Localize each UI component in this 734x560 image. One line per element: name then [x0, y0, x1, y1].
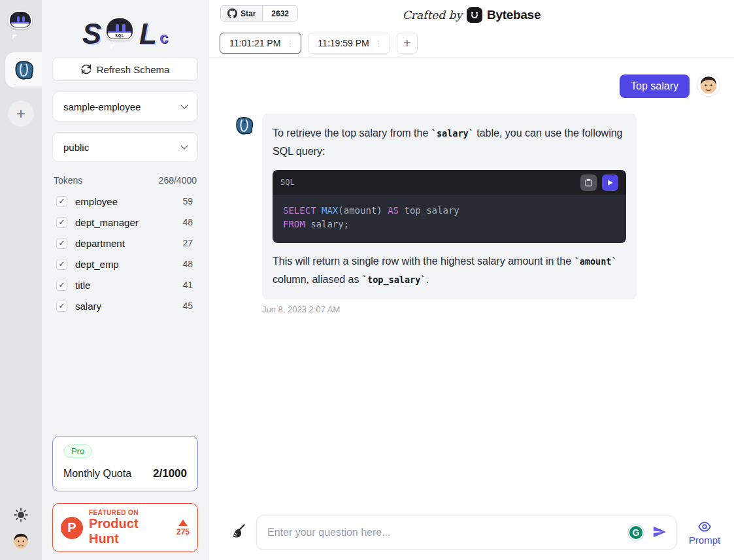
- crafted-by[interactable]: Crafted by Bytebase: [403, 7, 541, 23]
- refresh-schema-button[interactable]: Refresh Schema: [52, 58, 198, 81]
- logo-letter-s: S: [82, 20, 101, 48]
- prompt-button[interactable]: Prompt: [686, 520, 724, 546]
- table-row-title: title 41: [52, 277, 198, 293]
- table-token-count: 41: [182, 280, 193, 290]
- table-list: employee 59 dept_manager 48 department 2…: [52, 193, 198, 314]
- add-connection-button[interactable]: +: [8, 101, 34, 127]
- table-token-count: 48: [182, 259, 193, 269]
- composer: G Prompt: [209, 516, 734, 560]
- conversation-tab-label: 11:19:59 PM: [318, 38, 369, 48]
- table-row-dept-manager: dept_manager 48: [52, 214, 198, 230]
- connection-item-postgres[interactable]: [5, 52, 42, 88]
- main-header: Star 2632 Crafted by Bytebase 11:01:21 P…: [209, 0, 734, 58]
- table-checkbox[interactable]: [56, 280, 67, 291]
- kebab-menu-icon[interactable]: ⋮: [375, 39, 383, 48]
- conversation-tab-label: 11:01:21 PM: [229, 38, 280, 48]
- code-language-label: SQL: [280, 178, 295, 187]
- clear-conversation-button[interactable]: [229, 523, 248, 542]
- table-checkbox[interactable]: [56, 196, 67, 207]
- refresh-schema-label: Refresh Schema: [97, 64, 170, 75]
- user-face-icon: [11, 531, 31, 551]
- table-name: department: [75, 238, 125, 249]
- tokens-summary: Tokens 268/4000: [52, 175, 198, 186]
- conversation-tab[interactable]: 11:19:59 PM ⋮: [308, 33, 390, 54]
- sqlchat-app: +: [0, 0, 734, 560]
- message-timestamp: Jun 8, 2023 2:07 AM: [262, 305, 734, 314]
- table-row-department: department 27: [52, 235, 198, 251]
- chevron-down-icon: [180, 142, 188, 149]
- sqlchat-logo: S SQL L c: [52, 5, 198, 52]
- inline-code: `amount`: [575, 256, 617, 267]
- run-code-button[interactable]: [602, 174, 618, 191]
- tokens-value: 268/4000: [159, 175, 197, 186]
- product-hunt-logo-icon: P: [61, 517, 83, 539]
- grammarly-icon[interactable]: G: [627, 524, 644, 541]
- copy-code-button[interactable]: [580, 174, 597, 191]
- database-select-value: sample-employee: [63, 101, 141, 112]
- assistant-message-row: To retrieve the top salary from the `sal…: [209, 114, 734, 299]
- chat-area: Top salary: [209, 58, 734, 560]
- theme-toggle-button[interactable]: [14, 508, 28, 522]
- table-token-count: 48: [182, 217, 193, 227]
- plus-icon: +: [403, 36, 411, 51]
- schema-select[interactable]: public: [52, 132, 198, 162]
- table-checkbox[interactable]: [56, 301, 67, 312]
- play-icon: [607, 179, 614, 186]
- postgresql-icon: [12, 59, 35, 81]
- table-row-employee: employee 59: [52, 193, 198, 209]
- table-name: dept_emp: [75, 259, 119, 270]
- logo-letter-c: c: [159, 29, 168, 47]
- account-avatar[interactable]: [11, 531, 31, 551]
- quota-card[interactable]: Pro Monthly Quota 2/1000: [52, 436, 198, 491]
- table-checkbox[interactable]: [56, 217, 67, 228]
- table-row-salary: salary 45: [52, 298, 198, 314]
- logo-badge: SQL: [115, 33, 124, 39]
- product-hunt-featured-label: FEATURED ON: [89, 509, 171, 516]
- plus-icon: +: [16, 106, 25, 122]
- bytebase-logo-icon: [467, 7, 482, 23]
- question-input[interactable]: [267, 527, 627, 538]
- table-token-count: 27: [182, 238, 193, 248]
- inline-code: `top_salary`: [362, 274, 426, 285]
- postgresql-icon: [233, 115, 254, 136]
- logo-letter-l: L: [139, 20, 157, 48]
- github-star-count: 2632: [263, 6, 297, 21]
- github-star-button[interactable]: Star 2632: [220, 5, 298, 22]
- assistant-intro-text: To retrieve the top salary from the `sal…: [273, 124, 626, 161]
- table-checkbox[interactable]: [56, 259, 67, 270]
- table-token-count: 59: [182, 196, 193, 206]
- new-conversation-button[interactable]: +: [397, 33, 418, 54]
- send-button[interactable]: [651, 525, 668, 540]
- chevron-down-icon: [180, 101, 188, 108]
- sqlchat-bot-avatar[interactable]: [8, 10, 33, 35]
- user-avatar: [697, 73, 720, 97]
- sun-icon: [14, 508, 28, 522]
- conversation-tabs: 11:01:21 PM ⋮ 11:19:59 PM ⋮ +: [220, 33, 724, 54]
- tokens-label: Tokens: [54, 175, 82, 186]
- product-hunt-name: Product Hunt: [89, 516, 171, 546]
- robot-icon: [8, 10, 32, 29]
- quota-value: 2/1000: [153, 467, 187, 480]
- upvote-icon: [178, 519, 188, 526]
- conversation-tab-active[interactable]: 11:01:21 PM ⋮: [220, 33, 301, 54]
- table-name: dept_manager: [75, 217, 139, 228]
- question-input-box: G: [256, 516, 676, 550]
- assistant-avatar: [233, 115, 254, 136]
- code-block-header: SQL: [273, 170, 626, 195]
- logo-robot-icon: SQL: [105, 17, 135, 47]
- upvote-count: 275: [176, 527, 190, 536]
- user-message-row: Top salary: [209, 73, 734, 98]
- pro-badge: Pro: [63, 444, 92, 458]
- product-hunt-badge[interactable]: P FEATURED ON Product Hunt 275: [52, 503, 198, 552]
- schema-select-value: public: [63, 142, 89, 153]
- kebab-menu-icon[interactable]: ⋮: [286, 39, 294, 48]
- eye-icon: [697, 520, 712, 533]
- table-token-count: 45: [182, 301, 193, 311]
- database-select[interactable]: sample-employee: [52, 91, 198, 122]
- code-body: SELECT MAX(amount) AS top_salaryFROM sal…: [273, 195, 626, 243]
- bytebase-brand: Bytebase: [487, 8, 541, 22]
- sidebar: S SQL L c Refresh Schema sample-employee: [42, 0, 209, 560]
- table-checkbox[interactable]: [56, 238, 67, 249]
- github-star-label: Star: [241, 9, 256, 18]
- assistant-outro-text: This will return a single row with the h…: [273, 252, 626, 289]
